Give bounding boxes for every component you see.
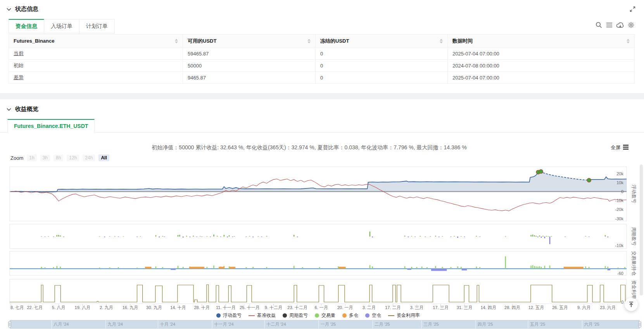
bar bbox=[183, 267, 184, 269]
y-tick-label: 0 bbox=[621, 300, 623, 304]
bar bbox=[536, 266, 537, 269]
bar bbox=[266, 236, 268, 237]
status-tab-0[interactable]: 资金信息 bbox=[9, 19, 44, 33]
bar bbox=[164, 237, 165, 237]
zoom-option-12h[interactable]: 12h bbox=[67, 154, 79, 161]
bar bbox=[207, 267, 208, 269]
fullscreen-expand-icon[interactable] bbox=[630, 6, 635, 14]
status-section-header: 状态信息 bbox=[7, 5, 38, 13]
bar bbox=[618, 268, 619, 269]
bar bbox=[193, 236, 194, 237]
column-header[interactable]: Futures_Binance bbox=[9, 35, 183, 48]
navigator-month-label: 九月 '24 bbox=[108, 322, 123, 327]
bar bbox=[605, 266, 606, 269]
legend-item[interactable]: 周期盈亏 bbox=[283, 312, 308, 319]
table-row: 差异9465.8702025-07-04 07:00:00 bbox=[9, 72, 635, 84]
bar bbox=[425, 237, 426, 237]
navigator-month-label: 十月 '24 bbox=[160, 322, 175, 327]
column-header[interactable]: 数据时间 bbox=[448, 35, 635, 48]
tab-futures-binance-eth-usdt[interactable]: Futures_Binance.ETH_USDT bbox=[7, 119, 95, 133]
cloud-download-icon[interactable] bbox=[616, 22, 624, 28]
x-tick-label: 14. 四月 bbox=[481, 305, 496, 310]
chart-fullscreen-button[interactable]: 全屏 bbox=[611, 144, 621, 151]
density-menu-icon[interactable] bbox=[606, 22, 613, 28]
navigator[interactable]: 八月 '24九月 '24十月 '24十一月 '24十二月 '24一月 '25二月… bbox=[9, 320, 641, 328]
bar bbox=[258, 236, 259, 237]
legend-item[interactable]: 多仓 bbox=[342, 312, 358, 319]
status-tab-1[interactable]: 入场订单 bbox=[44, 19, 79, 33]
bar bbox=[114, 236, 116, 237]
bar bbox=[60, 266, 61, 269]
sort-icon[interactable] bbox=[175, 39, 178, 43]
bar bbox=[411, 236, 413, 237]
table-row: 初始5000002024-07-08 00:00:00 bbox=[9, 60, 635, 72]
trade-marker[interactable] bbox=[587, 178, 591, 182]
trade-marker[interactable] bbox=[539, 169, 543, 173]
bar bbox=[542, 236, 544, 237]
sort-icon[interactable] bbox=[440, 39, 443, 43]
profit-chart[interactable]: 20k10k0-10k-20k-30k浮动盈亏-10k周期盈亏-60交易量/持仓… bbox=[0, 163, 644, 330]
bar bbox=[457, 266, 458, 269]
legend-item[interactable]: 基准收益 bbox=[249, 312, 276, 319]
column-header[interactable]: 冻结的USDT bbox=[316, 35, 448, 48]
legend-item[interactable]: 空仓 bbox=[365, 312, 381, 319]
gear-icon[interactable] bbox=[628, 22, 634, 28]
bar bbox=[421, 266, 423, 269]
bar bbox=[58, 235, 59, 237]
panel-border bbox=[10, 167, 627, 221]
bar bbox=[369, 265, 371, 269]
zoom-option-24h[interactable]: 24h bbox=[83, 154, 95, 161]
zoom-option-All[interactable]: All bbox=[98, 154, 109, 161]
bar bbox=[109, 267, 110, 269]
back-to-top-button[interactable] bbox=[625, 298, 638, 311]
bar bbox=[454, 236, 455, 237]
zoom-option-3h[interactable]: 3h bbox=[40, 154, 50, 161]
zoom-option-1h[interactable]: 1h bbox=[27, 154, 36, 161]
sort-icon[interactable] bbox=[627, 39, 630, 43]
zoom-option-8h[interactable]: 8h bbox=[54, 154, 63, 161]
status-tab-2[interactable]: 计划订单 bbox=[79, 19, 115, 33]
panel-3[interactable]: 0 bbox=[10, 279, 627, 304]
bar bbox=[451, 237, 452, 237]
bar bbox=[442, 236, 443, 237]
bar bbox=[179, 235, 180, 237]
table-cell: 2024-07-08 00:00:00 bbox=[448, 60, 635, 72]
handle[interactable] bbox=[9, 321, 11, 327]
navigator-handle-right[interactable] bbox=[639, 321, 641, 327]
column-header[interactable]: 可用的USDT bbox=[183, 35, 316, 48]
panel-border bbox=[10, 279, 627, 304]
handle[interactable] bbox=[639, 321, 641, 327]
bar bbox=[319, 267, 320, 269]
bar bbox=[372, 266, 373, 269]
sort-icon[interactable] bbox=[307, 39, 311, 43]
table-cell: 2025-07-04 07:00:00 bbox=[448, 72, 635, 84]
panel-2[interactable]: -60 bbox=[10, 251, 627, 276]
search-icon[interactable] bbox=[596, 22, 602, 28]
collapse-chevron-icon[interactable] bbox=[7, 8, 11, 11]
navigator-month-label: 十一月 '24 bbox=[214, 322, 233, 327]
legend-item[interactable]: 资金利用率 bbox=[388, 312, 420, 319]
y-tick-label: 20k bbox=[616, 171, 623, 176]
legend-item[interactable]: 浮动盈亏 bbox=[216, 312, 242, 319]
chart-context-menu-icon[interactable] bbox=[623, 145, 628, 150]
bar bbox=[186, 236, 187, 237]
table-cell[interactable]: 差异 bbox=[9, 72, 183, 84]
navigator-handle-left[interactable] bbox=[9, 321, 11, 327]
table-cell[interactable]: 当前 bbox=[9, 48, 183, 60]
bar bbox=[57, 235, 58, 237]
panel-0[interactable]: 20k10k0-10k-20k-30k bbox=[10, 167, 627, 221]
panel-1[interactable]: -10k bbox=[10, 224, 627, 249]
bar bbox=[45, 267, 46, 269]
table-cell: 59465.87 bbox=[183, 48, 316, 60]
bar bbox=[416, 267, 418, 269]
profit-section-header: 收益概览 bbox=[7, 105, 38, 113]
legend-item[interactable]: 交易量 bbox=[315, 312, 335, 319]
collapse-chevron-icon[interactable] bbox=[7, 108, 11, 111]
navigator-month-label: 十二月 '24 bbox=[266, 322, 286, 327]
bar bbox=[183, 237, 184, 238]
x-tick-label: 3. 二月 bbox=[363, 305, 376, 310]
bar bbox=[534, 266, 535, 269]
x-tick-label: 14. 十月 bbox=[170, 305, 186, 310]
x-tick-label: 17. 三月 bbox=[433, 305, 448, 310]
scrollbar-thumb[interactable] bbox=[640, 164, 643, 295]
